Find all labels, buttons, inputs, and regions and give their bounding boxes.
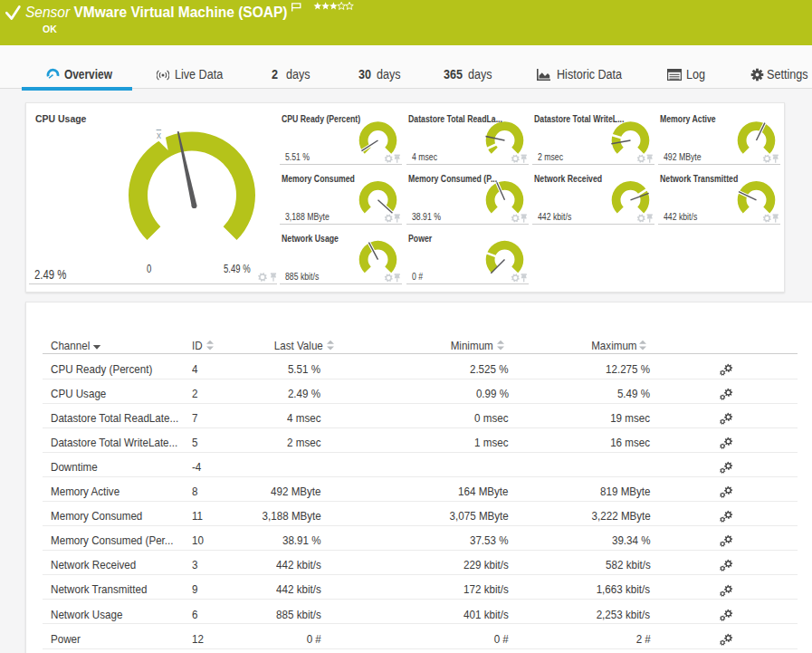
- svg-text:x: x: [157, 130, 161, 140]
